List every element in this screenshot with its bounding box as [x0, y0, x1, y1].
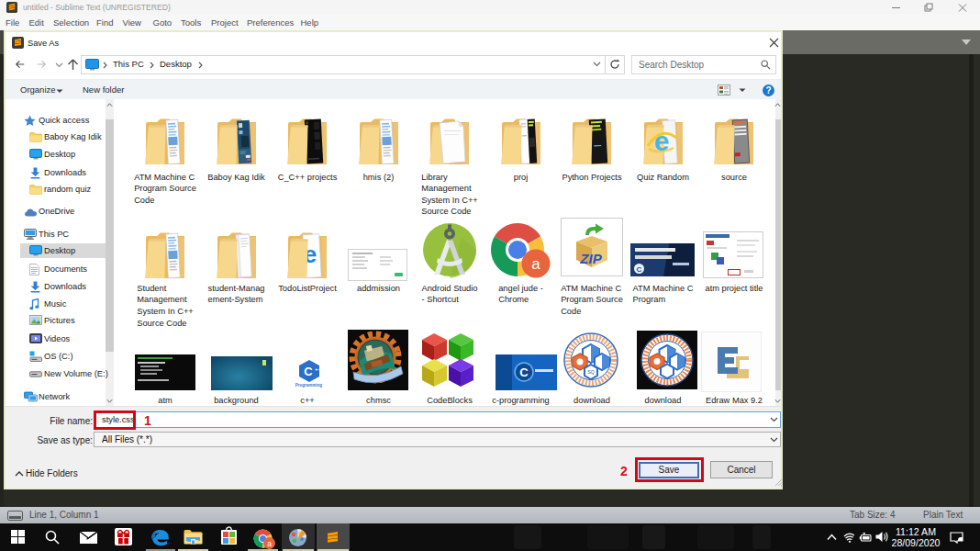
- svg-text:C: C: [304, 365, 313, 378]
- svg-text:a: a: [267, 539, 272, 548]
- svg-text:a: a: [531, 255, 540, 273]
- svg-text:C: C: [519, 365, 529, 379]
- svg-text:SQ: SQ: [587, 369, 594, 375]
- svg-text:++: ++: [315, 366, 321, 372]
- svg-text:ZIP: ZIP: [579, 251, 602, 266]
